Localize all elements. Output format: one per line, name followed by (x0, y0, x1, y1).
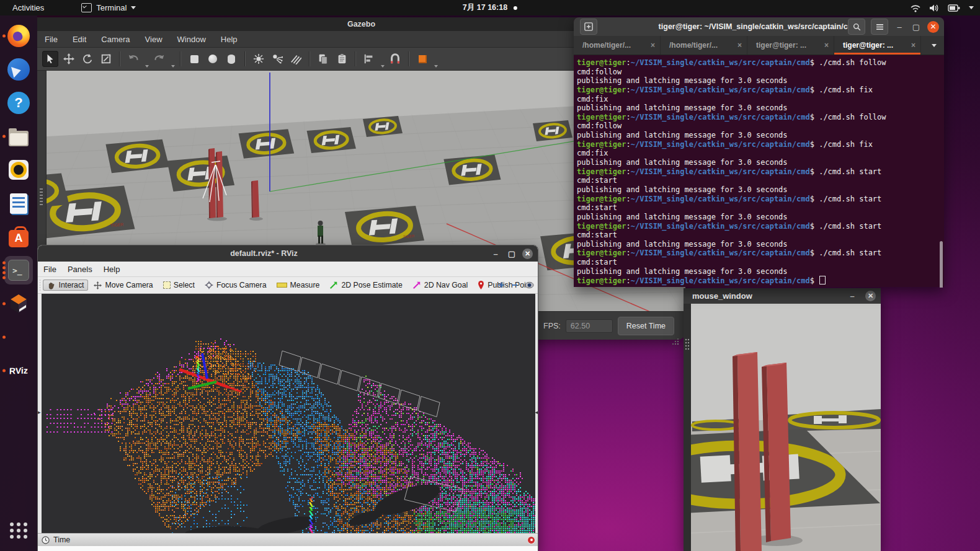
terminal-tab-1[interactable]: /home/tiger/...× (574, 36, 661, 55)
rviz-titlebar[interactable]: default.rviz* - RViz – ▢ ✕ (38, 245, 538, 262)
point-light-button[interactable] (251, 51, 267, 67)
app-menu-button[interactable]: Terminal (78, 2, 140, 14)
battery-icon[interactable] (948, 4, 960, 12)
add-tool-button[interactable]: + (498, 280, 504, 291)
clock[interactable]: 7月 17 16:18 (463, 2, 517, 13)
dock-item-rhythmbox[interactable] (0, 153, 37, 187)
interact-tool-button[interactable]: Interact (43, 280, 88, 291)
dock-item-rviz[interactable] (0, 354, 37, 387)
tool-properties-icon[interactable] (525, 281, 534, 289)
terminal-tab-2[interactable]: /home/tiger/...× (661, 36, 747, 55)
terminal-content[interactable]: tiger@tiger:~/VISIM_single/catkin_ws/src… (574, 55, 944, 288)
close-button[interactable]: ✕ (927, 21, 939, 33)
redo-button[interactable] (151, 51, 167, 67)
new-tab-button[interactable] (580, 19, 597, 35)
menu-button[interactable] (871, 19, 888, 35)
move-camera-tool-button[interactable]: Move Camera (89, 280, 157, 291)
nav-goal-tool-button[interactable]: 2D Nav Goal (408, 280, 472, 291)
dock-item-files[interactable] (0, 120, 37, 153)
rviz-menu-file[interactable]: File (38, 265, 62, 274)
copy-button[interactable] (315, 51, 331, 67)
rviz-menu-panels[interactable]: Panels (62, 265, 98, 274)
tab-close-icon[interactable]: × (651, 41, 655, 50)
select-tool-button[interactable]: Select (159, 280, 199, 291)
gazebo-menu-camera[interactable]: Camera (94, 35, 137, 44)
align-caret-icon[interactable] (381, 65, 385, 68)
maximize-button[interactable]: ▢ (911, 22, 922, 32)
pose-estimate-tool-button[interactable]: 2D Pose Estimate (325, 280, 406, 291)
gazebo-menu-window[interactable]: Window (170, 35, 213, 44)
rviz-menu-help[interactable]: Help (98, 265, 126, 274)
desktop: Gazebo File Edit Camera View Window Help (0, 0, 980, 551)
dock-item-ubuntu-software[interactable] (0, 220, 37, 253)
minimize-button[interactable]: – (894, 22, 905, 32)
dock-item-libreoffice-writer[interactable] (0, 187, 37, 220)
minimize-button[interactable]: – (490, 249, 501, 258)
dock-item-terminal[interactable] (0, 253, 37, 287)
gazebo-menu-help[interactable]: Help (213, 35, 245, 44)
select-arrow-tool-button[interactable] (42, 51, 58, 67)
directional-light-button[interactable] (288, 51, 304, 67)
undo-button[interactable] (125, 51, 141, 67)
gazebo-menu-file[interactable]: File (37, 35, 65, 44)
terminal-tab-3[interactable]: tiger@tiger: ...× (747, 36, 834, 55)
measure-tool-button[interactable]: Measure (272, 280, 324, 291)
toolbar-drag-handle[interactable] (40, 280, 40, 291)
activities-button[interactable]: Activities (9, 2, 48, 14)
close-button[interactable]: ✕ (865, 291, 876, 301)
ubuntu-software-icon (9, 230, 29, 247)
show-applications-button[interactable] (0, 514, 37, 547)
volume-icon[interactable] (929, 4, 939, 12)
tab-list-dropdown[interactable] (921, 36, 944, 55)
dock-item-unknown-app[interactable] (0, 320, 37, 354)
mouse-window-3d-viewport[interactable] (684, 304, 881, 551)
mouse-window-titlebar[interactable]: mouse_window – ✕ (684, 288, 881, 304)
terminal-tab-4-active[interactable]: tiger@tiger: ...× (834, 36, 921, 55)
rotate-tool-button[interactable] (79, 51, 96, 67)
right-panel-expand-arrow[interactable]: ◂ (535, 409, 538, 415)
tab-close-icon[interactable]: × (737, 41, 742, 50)
rviz-time-panel-header[interactable]: Time (38, 533, 538, 546)
time-panel-label: Time (53, 536, 70, 544)
spot-light-button[interactable] (269, 51, 285, 67)
snap-button[interactable] (387, 51, 403, 67)
focus-camera-tool-button[interactable]: Focus Camera (200, 280, 271, 291)
gazebo-menu-edit[interactable]: Edit (65, 35, 94, 44)
terminal-scrollbar-thumb[interactable] (940, 241, 943, 288)
chevron-down-icon[interactable] (969, 6, 974, 9)
view-angle-caret-icon[interactable] (434, 65, 438, 68)
dock-item-help[interactable] (0, 86, 37, 120)
reset-time-button[interactable]: Reset Time (618, 317, 674, 335)
tab-close-icon[interactable]: × (911, 41, 915, 50)
chevron-down-icon (131, 6, 136, 9)
dock-item-firefox[interactable] (0, 19, 37, 53)
minimize-button[interactable]: – (847, 291, 858, 301)
dock-item-gazebo[interactable] (0, 287, 37, 320)
insert-sphere-button[interactable] (205, 51, 221, 67)
network-icon[interactable] (911, 4, 920, 12)
scale-tool-button[interactable] (98, 51, 114, 67)
undo-caret-icon[interactable] (145, 65, 149, 68)
window-resize-grip[interactable] (671, 338, 680, 345)
redo-caret-icon[interactable] (171, 65, 175, 68)
terminal-headerbar[interactable]: tiger@tiger: ~/VISIM_single/catkin_ws/sr… (574, 17, 944, 36)
paste-button[interactable] (334, 51, 350, 67)
search-button[interactable] (848, 19, 865, 35)
align-button[interactable] (361, 51, 377, 67)
remove-tool-button[interactable]: − (512, 280, 517, 291)
gazebo-menu-view[interactable]: View (138, 35, 170, 44)
close-button[interactable]: ✕ (522, 249, 533, 259)
translate-tool-button[interactable] (61, 51, 77, 67)
helipad-label: TIGER (110, 223, 124, 227)
terminal-line: publishing and latching message for 3.0 … (577, 213, 944, 222)
insert-box-button[interactable] (186, 51, 202, 67)
mouse-window-title: mouse_window (692, 291, 752, 301)
tab-close-icon[interactable]: × (824, 41, 829, 50)
rviz-3d-viewport[interactable]: ▸ ◂ (38, 294, 538, 533)
dock-item-thunderbird[interactable] (0, 53, 37, 86)
time-panel-close-button[interactable] (527, 536, 535, 544)
left-panel-expand-arrow[interactable]: ▸ (38, 409, 41, 415)
view-angle-button[interactable] (414, 51, 430, 67)
maximize-button[interactable]: ▢ (506, 249, 517, 258)
insert-cylinder-button[interactable] (223, 51, 239, 67)
